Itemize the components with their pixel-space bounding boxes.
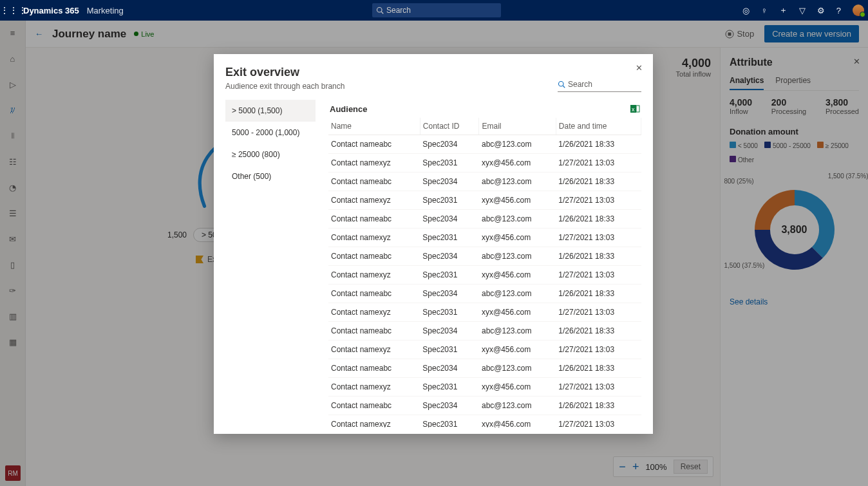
- search-placeholder: Search: [386, 6, 411, 15]
- cell-email: xyx@456.com: [479, 229, 556, 247]
- cell-contact: Spec2034: [420, 173, 479, 191]
- cell-when: 1/26/2021 18:33: [556, 359, 641, 378]
- table-row[interactable]: Contact namexyzSpec2031xyx@456.com1/27/2…: [328, 378, 641, 397]
- global-search[interactable]: Search: [372, 3, 501, 17]
- table-row[interactable]: Contact nameabcSpec2034abc@123.com1/26/2…: [328, 135, 641, 154]
- table-row[interactable]: Contact namexyzSpec2031xyx@456.com1/27/2…: [328, 341, 641, 359]
- filter-icon[interactable]: ▽: [799, 6, 806, 15]
- cell-name: Contact namexyz: [328, 229, 420, 247]
- cell-name: Contact nameabc: [328, 210, 420, 229]
- cell-contact: Spec2034: [420, 210, 479, 229]
- cell-email: abc@123.com: [479, 210, 556, 229]
- table-row[interactable]: Contact namexyzSpec2031xyx@456.com1/27/2…: [328, 229, 641, 247]
- cell-when: 1/26/2021 18:33: [556, 210, 641, 229]
- brand: Dynamics 365: [23, 6, 87, 15]
- cell-contact: Spec2031: [420, 154, 479, 173]
- audience-heading: Audience: [330, 104, 368, 114]
- table-row[interactable]: Contact nameabcSpec2034abc@123.com1/26/2…: [328, 285, 641, 303]
- svg-point-0: [377, 8, 382, 13]
- col-email[interactable]: Email: [479, 118, 556, 135]
- col-when[interactable]: Date and time: [556, 118, 641, 135]
- cell-email: xyx@456.com: [479, 341, 556, 359]
- table-row[interactable]: Contact namexyzSpec2031xyx@456.com1/27/2…: [328, 415, 641, 428]
- cell-contact: Spec2031: [420, 415, 479, 428]
- cell-when: 1/27/2021 13:03: [556, 341, 641, 359]
- cell-when: 1/27/2021 13:03: [556, 415, 641, 428]
- cell-name: Contact namexyz: [328, 415, 420, 428]
- table-row[interactable]: Contact nameabcSpec2034abc@123.com1/26/2…: [328, 247, 641, 266]
- cell-email: xyx@456.com: [479, 266, 556, 285]
- avatar[interactable]: [853, 5, 864, 16]
- cell-contact: Spec2034: [420, 135, 479, 154]
- cell-email: abc@123.com: [479, 322, 556, 341]
- cell-contact: Spec2031: [420, 303, 479, 322]
- branch-item[interactable]: 5000 - 2000 (1,000): [225, 122, 316, 144]
- cell-when: 1/26/2021 18:33: [556, 247, 641, 266]
- table-row[interactable]: Contact nameabcSpec2034abc@123.com1/26/2…: [328, 322, 641, 341]
- app-launcher-icon[interactable]: ⋮⋮⋮: [0, 5, 23, 15]
- cell-name: Contact namexyz: [328, 266, 420, 285]
- table-row[interactable]: Contact namexyzSpec2031xyx@456.com1/27/2…: [328, 191, 641, 210]
- help-icon[interactable]: ?: [836, 6, 841, 15]
- cell-when: 1/27/2021 13:03: [556, 266, 641, 285]
- table-row[interactable]: Contact namexyzSpec2031xyx@456.com1/27/2…: [328, 154, 641, 173]
- search-icon: [376, 6, 384, 14]
- cell-when: 1/27/2021 13:03: [556, 378, 641, 397]
- settings-icon[interactable]: ⚙: [817, 6, 825, 15]
- col-contact[interactable]: Contact ID: [420, 118, 479, 135]
- cell-name: Contact namexyz: [328, 341, 420, 359]
- branch-item[interactable]: Other (500): [225, 165, 316, 187]
- area-label[interactable]: Marketing: [87, 6, 124, 15]
- cell-email: abc@123.com: [479, 397, 556, 415]
- modal-close-icon[interactable]: ✕: [636, 63, 643, 73]
- cell-name: Contact namexyz: [328, 303, 420, 322]
- cell-contact: Spec2031: [420, 341, 479, 359]
- cell-contact: Spec2031: [420, 191, 479, 210]
- cell-email: xyx@456.com: [479, 415, 556, 428]
- cell-email: xyx@456.com: [479, 191, 556, 210]
- plus-icon[interactable]: ＋: [779, 5, 788, 16]
- top-actions: ◎ ♀ ＋ ▽ ⚙ ?: [742, 5, 864, 16]
- cell-email: xyx@456.com: [479, 378, 556, 397]
- cell-name: Contact nameabc: [328, 322, 420, 341]
- cell-email: abc@123.com: [479, 173, 556, 191]
- svg-line-5: [563, 86, 565, 88]
- lightbulb-icon[interactable]: ♀: [761, 6, 768, 15]
- cell-email: abc@123.com: [479, 359, 556, 378]
- exit-overview-dialog: Exit overview Audience exit through each…: [214, 54, 653, 434]
- cell-when: 1/27/2021 13:03: [556, 303, 641, 322]
- cell-contact: Spec2034: [420, 285, 479, 303]
- table-row[interactable]: Contact namexyzSpec2031xyx@456.com1/27/2…: [328, 266, 641, 285]
- table-row[interactable]: Contact nameabcSpec2034abc@123.com1/26/2…: [328, 210, 641, 229]
- cell-name: Contact nameabc: [328, 285, 420, 303]
- cell-name: Contact namexyz: [328, 154, 420, 173]
- table-row[interactable]: Contact nameabcSpec2034abc@123.com1/26/2…: [328, 173, 641, 191]
- cell-email: abc@123.com: [479, 285, 556, 303]
- cell-when: 1/26/2021 18:33: [556, 397, 641, 415]
- table-row[interactable]: Contact namexyzSpec2031xyx@456.com1/27/2…: [328, 303, 641, 322]
- target-icon[interactable]: ◎: [742, 6, 750, 15]
- table-row[interactable]: Contact nameabcSpec2034abc@123.com1/26/2…: [328, 397, 641, 415]
- cell-name: Contact nameabc: [328, 173, 420, 191]
- export-excel-icon[interactable]: x: [630, 104, 640, 114]
- col-name[interactable]: Name: [328, 118, 420, 135]
- cell-email: abc@123.com: [479, 247, 556, 266]
- cell-email: abc@123.com: [479, 135, 556, 154]
- modal-title: Exit overview: [225, 66, 641, 79]
- branch-item[interactable]: > 5000 (1,500): [225, 100, 316, 122]
- table-row[interactable]: Contact nameabcSpec2034abc@123.com1/26/2…: [328, 359, 641, 378]
- cell-contact: Spec2034: [420, 359, 479, 378]
- modal-search[interactable]: Search: [558, 80, 641, 92]
- cell-name: Contact namexyz: [328, 191, 420, 210]
- cell-contact: Spec2031: [420, 229, 479, 247]
- cell-when: 1/26/2021 18:33: [556, 322, 641, 341]
- branch-item[interactable]: ≥ 25000 (800): [225, 144, 316, 165]
- cell-when: 1/27/2021 13:03: [556, 154, 641, 173]
- cell-name: Contact namexyz: [328, 378, 420, 397]
- svg-rect-8: [636, 106, 639, 112]
- cell-name: Contact nameabc: [328, 247, 420, 266]
- search-icon: [558, 80, 565, 88]
- cell-name: Contact nameabc: [328, 135, 420, 154]
- cell-name: Contact nameabc: [328, 397, 420, 415]
- cell-email: xyx@456.com: [479, 303, 556, 322]
